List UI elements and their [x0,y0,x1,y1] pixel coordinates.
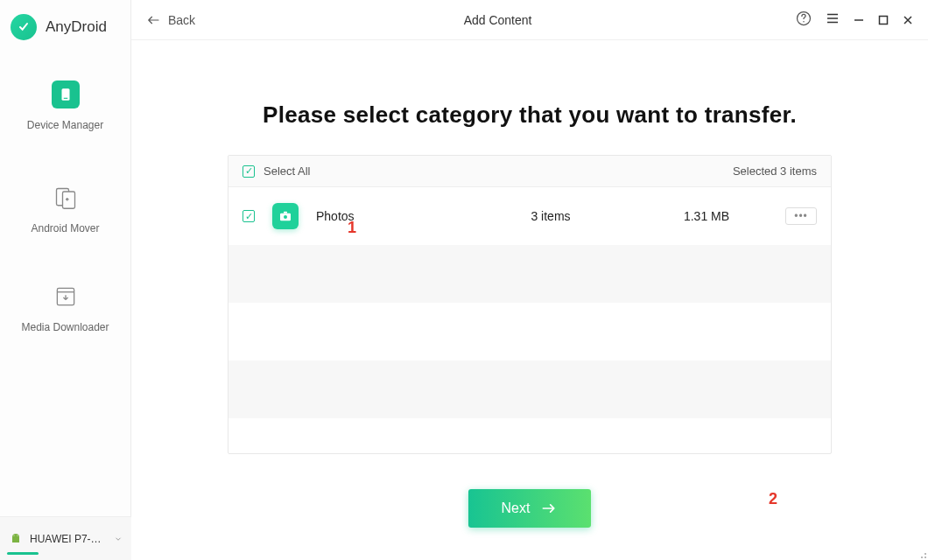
category-count: 3 items [456,209,645,223]
sidebar-item-device-manager[interactable]: Device Manager [0,80,130,131]
table-row-empty [228,303,831,360]
svg-rect-1 [63,98,67,99]
svg-point-15 [284,215,287,219]
annotation-1: 1 [348,219,356,237]
menu-button[interactable] [825,10,840,30]
brand: AnyDroid [0,0,130,54]
sidebar-item-label: Media Downloader [21,321,109,333]
svg-rect-6 [12,537,19,542]
photos-icon [272,203,299,229]
sidebar-item-label: Android Mover [31,222,99,234]
android-icon [9,532,23,546]
table-row-empty [228,360,831,418]
svg-rect-3 [62,192,74,208]
resize-grip[interactable] [917,550,926,558]
select-all[interactable]: Select All [243,164,310,178]
content: Please select category that you want to … [131,40,928,528]
selected-summary: Selected 3 items [733,164,817,178]
titlebar: Back Add Content [131,0,928,40]
category-table: Select All Selected 3 items Photos 3 ite… [228,155,832,454]
category-size: 1.31 MB [645,209,768,223]
minimize-button[interactable] [853,14,865,26]
sidebar-item-android-mover[interactable]: Android Mover [0,184,130,234]
device-manager-icon [52,80,80,108]
next-label: Next [502,500,531,516]
device-name: HUAWEI P7-L07 [30,533,107,545]
media-downloader-icon [52,283,80,311]
sidebar: AnyDroid Device Manager Android Mover Me… [0,0,131,560]
help-button[interactable] [795,10,812,31]
annotation-2: 2 [769,490,777,508]
heading: Please select category that you want to … [184,102,875,129]
sidebar-item-label: Device Manager [27,119,103,131]
table-row-empty [228,418,831,453]
table-row-empty [228,245,831,303]
svg-rect-14 [284,212,287,214]
brand-logo-icon [11,14,37,40]
more-button[interactable]: ••• [785,207,817,225]
svg-point-10 [803,21,805,23]
maximize-button[interactable] [877,14,889,26]
row-checkbox[interactable] [243,210,255,222]
category-name: Photos [316,209,456,223]
page-title: Add Content [200,13,795,27]
select-all-checkbox[interactable] [243,165,255,178]
back-button[interactable]: Back [140,7,200,33]
brand-name: AnyDroid [46,18,107,36]
table-row[interactable]: Photos 3 items 1.31 MB ••• [228,187,831,245]
android-mover-icon [52,184,80,212]
next-button[interactable]: Next [468,489,591,528]
chevron-down-icon [114,535,123,543]
svg-point-7 [13,535,14,536]
arrow-right-icon [540,500,558,517]
device-storage-indicator [7,552,39,555]
select-all-label: Select All [264,164,310,178]
sidebar-item-media-downloader[interactable]: Media Downloader [0,283,130,333]
close-button[interactable] [902,14,914,26]
table-header: Select All Selected 3 items [228,156,831,187]
svg-rect-12 [880,16,888,24]
svg-point-8 [17,535,18,536]
arrow-left-icon [145,12,161,28]
back-label: Back [168,13,195,27]
main: Back Add Content Please select category … [131,0,928,560]
device-selector[interactable]: HUAWEI P7-L07 [0,516,131,560]
